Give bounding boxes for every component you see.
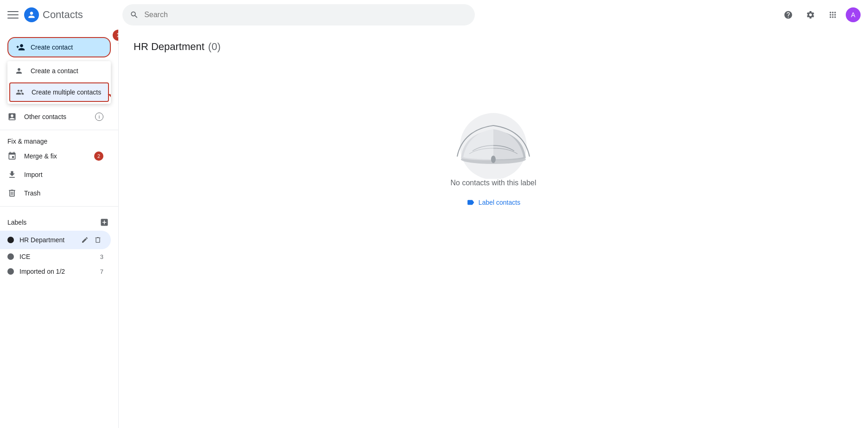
delete-label-button[interactable] bbox=[92, 234, 103, 245]
label-contacts-button[interactable]: Label contacts bbox=[461, 195, 526, 210]
create-a-contact-label: Create a contact bbox=[31, 67, 78, 75]
layout: Create contact 1 Create a contact Create… bbox=[0, 30, 868, 428]
trash-label: Trash bbox=[24, 189, 40, 197]
app-logo: Contacts bbox=[24, 7, 83, 22]
edit-icon bbox=[81, 236, 89, 244]
page-header: HR Department (0) bbox=[134, 41, 853, 53]
group-add-icon bbox=[16, 88, 24, 96]
labels-header: Labels bbox=[0, 210, 118, 231]
label-item-ice[interactable]: ICE 3 bbox=[0, 249, 111, 264]
topbar-right: A bbox=[779, 6, 861, 24]
merge-fix-icon bbox=[7, 151, 17, 161]
page-title: HR Department bbox=[134, 41, 204, 53]
app-name-label: Contacts bbox=[43, 9, 83, 21]
label-color-dot bbox=[7, 237, 14, 243]
ice-label-count: 3 bbox=[100, 253, 103, 260]
create-contact-button[interactable]: Create contact 1 bbox=[7, 37, 111, 57]
merge-fix-badge: 2 bbox=[94, 151, 103, 161]
page-count: (0) bbox=[208, 41, 221, 53]
create-a-contact-item[interactable]: Create a contact bbox=[7, 61, 111, 81]
label-item-hr-department[interactable]: HR Department bbox=[0, 231, 111, 249]
apps-button[interactable] bbox=[823, 6, 842, 24]
create-multiple-contacts-item[interactable]: Create multiple contacts 2 bbox=[9, 82, 109, 102]
empty-state: No contacts with this label Label contac… bbox=[134, 68, 853, 229]
imported-label-name: Imported on 1/2 bbox=[19, 268, 95, 275]
contacts-logo-icon bbox=[24, 7, 39, 22]
edit-label-button[interactable] bbox=[79, 234, 90, 245]
create-multiple-contacts-label: Create multiple contacts bbox=[32, 88, 101, 96]
imported-label-count: 7 bbox=[100, 268, 103, 275]
label-item-imported[interactable]: Imported on 1/2 7 bbox=[0, 264, 111, 279]
create-contact-label: Create contact bbox=[31, 44, 73, 51]
other-contacts-icon bbox=[7, 112, 17, 121]
import-label: Import bbox=[24, 171, 43, 178]
label-actions bbox=[79, 234, 103, 245]
dropdown-menu: Create a contact Create multiple contact… bbox=[7, 61, 111, 104]
labels-title: Labels bbox=[7, 219, 26, 226]
topbar-left: Contacts bbox=[7, 7, 119, 22]
settings-button[interactable] bbox=[801, 6, 820, 24]
imported-label-dot bbox=[7, 268, 14, 275]
search-icon bbox=[130, 10, 139, 19]
label-icon bbox=[466, 198, 475, 207]
add-person-icon bbox=[16, 43, 25, 52]
fix-manage-label: Fix & manage bbox=[0, 134, 118, 147]
sidebar-item-merge-fix[interactable]: Merge & fix 2 bbox=[0, 147, 111, 165]
sidebar-item-trash[interactable]: Trash bbox=[0, 184, 111, 202]
label-contacts-text: Label contacts bbox=[479, 199, 520, 206]
search-bar[interactable] bbox=[122, 4, 475, 25]
empty-illustration bbox=[447, 105, 540, 179]
person-icon bbox=[15, 67, 23, 75]
import-icon bbox=[7, 170, 17, 179]
delete-icon bbox=[94, 236, 102, 244]
hamburger-menu-icon[interactable] bbox=[7, 9, 19, 20]
hr-department-label-name: HR Department bbox=[19, 236, 74, 244]
merge-fix-label: Merge & fix bbox=[24, 152, 57, 160]
trash-icon bbox=[7, 189, 17, 198]
sidebar-item-import[interactable]: Import bbox=[0, 165, 111, 184]
svg-point-4 bbox=[491, 156, 496, 163]
sidebar: Create contact 1 Create a contact Create… bbox=[0, 30, 119, 428]
avatar[interactable]: A bbox=[846, 7, 861, 22]
divider-1 bbox=[0, 130, 118, 130]
divider-2 bbox=[0, 206, 118, 207]
search-input[interactable] bbox=[144, 11, 467, 19]
ice-label-name: ICE bbox=[19, 253, 95, 260]
ice-label-dot bbox=[7, 253, 14, 260]
help-button[interactable] bbox=[779, 6, 798, 24]
other-contacts-info-icon[interactable]: i bbox=[95, 113, 103, 121]
arrow-2-svg bbox=[106, 88, 111, 104]
sidebar-item-other-contacts[interactable]: Other contacts i bbox=[0, 107, 111, 126]
main-content: HR Department (0) bbox=[119, 30, 868, 428]
add-icon bbox=[100, 218, 109, 227]
empty-message: No contacts with this label bbox=[451, 179, 536, 187]
topbar: Contacts A bbox=[0, 0, 868, 30]
add-label-button[interactable] bbox=[98, 216, 111, 229]
other-contacts-label: Other contacts bbox=[24, 113, 66, 120]
